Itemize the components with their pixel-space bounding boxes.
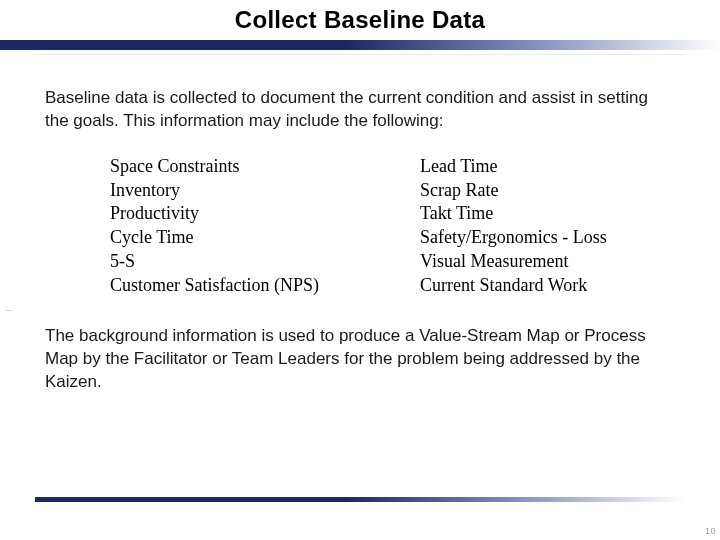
list-item: Space Constraints bbox=[110, 155, 420, 179]
list-item: Scrap Rate bbox=[420, 179, 607, 203]
title-underline-bar bbox=[0, 40, 720, 50]
page-number: 10 bbox=[705, 526, 716, 536]
footer-bar bbox=[35, 497, 685, 502]
content-area: Baseline data is collected to document t… bbox=[0, 55, 720, 394]
intro-paragraph: Baseline data is collected to document t… bbox=[45, 87, 675, 133]
right-column: Lead Time Scrap Rate Takt Time Safety/Er… bbox=[420, 155, 607, 298]
list-item: 5-S bbox=[110, 250, 420, 274]
list-item: Current Standard Work bbox=[420, 274, 607, 298]
list-item: Inventory bbox=[110, 179, 420, 203]
left-column: Space Constraints Inventory Productivity… bbox=[110, 155, 420, 298]
outro-paragraph: The background information is used to pr… bbox=[45, 325, 675, 394]
slide-title: Collect Baseline Data bbox=[0, 6, 720, 34]
list-item: Customer Satisfaction (NPS) bbox=[110, 274, 420, 298]
list-item: Cycle Time bbox=[110, 226, 420, 250]
list-item: Safety/Ergonomics - Loss bbox=[420, 226, 607, 250]
list-item: Takt Time bbox=[420, 202, 607, 226]
title-area: Collect Baseline Data bbox=[0, 0, 720, 55]
list-item: Lead Time bbox=[420, 155, 607, 179]
list-item: Productivity bbox=[110, 202, 420, 226]
two-column-list: Space Constraints Inventory Productivity… bbox=[45, 155, 675, 298]
slide: Collect Baseline Data Baseline data is c… bbox=[0, 0, 720, 540]
decorative-dash bbox=[6, 310, 12, 311]
list-item: Visual Measurement bbox=[420, 250, 607, 274]
